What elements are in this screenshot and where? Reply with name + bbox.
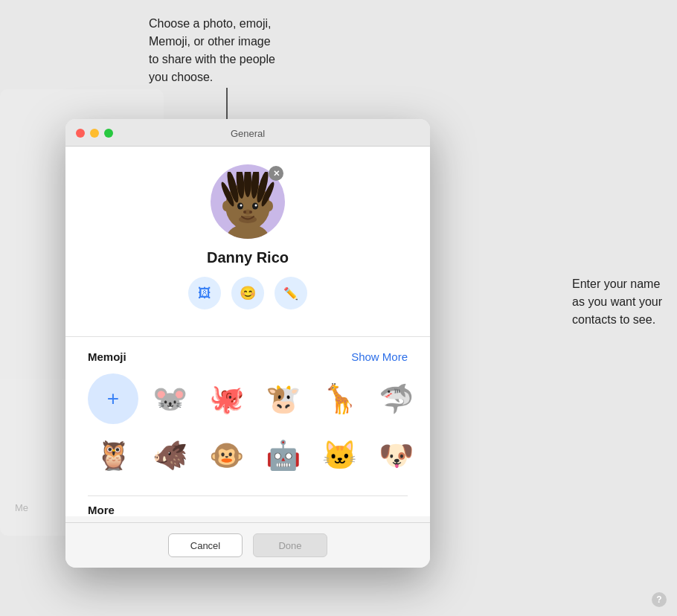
avatar-container: ✕ [211, 164, 285, 239]
minimize-dot[interactable] [90, 129, 99, 138]
emoji-shark[interactable]: 🦈 [370, 373, 421, 424]
photo-button[interactable]: 🖼 [188, 277, 221, 309]
user-name: Danny Rico [207, 249, 289, 266]
dialog-footer: Cancel Done [65, 522, 430, 568]
avatar-remove-badge[interactable]: ✕ [269, 166, 283, 181]
show-more-link[interactable]: Show More [351, 350, 408, 363]
edit-icon: ✏️ [283, 286, 298, 301]
add-memoji-button[interactable]: + [88, 373, 138, 424]
emoji-monkey[interactable]: 🐵 [201, 430, 251, 481]
zoom-dot[interactable] [104, 129, 113, 138]
svg-point-3 [222, 201, 230, 211]
svg-point-18 [249, 211, 252, 214]
emoji-row-1: + 🐭 🐙 🐮 🦒 🦈 [88, 373, 408, 424]
emoji-robot[interactable]: 🤖 [257, 430, 308, 481]
svg-point-19 [239, 216, 257, 223]
emoji-mouse[interactable]: 🐭 [144, 373, 195, 424]
more-section: More [88, 495, 408, 516]
memoji-section: Memoji Show More + 🐭 🐙 🐮 🦒 🦈 🦉 🐗 🐵 🤖 🐱 🐶 [88, 337, 408, 495]
done-button[interactable]: Done [253, 533, 327, 557]
memoji-label: Memoji [88, 350, 126, 363]
help-badge[interactable]: ? [652, 592, 667, 607]
svg-point-4 [266, 201, 273, 211]
close-dot[interactable] [76, 129, 85, 138]
more-label: More [88, 504, 408, 516]
bg-window-label: Me [15, 502, 28, 513]
action-buttons: 🖼 😊 ✏️ [188, 277, 307, 309]
svg-point-17 [243, 211, 246, 214]
emoji-cat[interactable]: 🐱 [314, 430, 365, 481]
window-title: General [231, 128, 265, 139]
svg-point-14 [240, 205, 243, 207]
memoji-header: Memoji Show More [88, 350, 408, 363]
emoji-icon: 😊 [240, 285, 256, 301]
title-bar: General [65, 119, 430, 147]
emoji-octopus[interactable]: 🐙 [201, 373, 251, 424]
emoji-boar[interactable]: 🐗 [144, 430, 195, 481]
emoji-giraffe[interactable]: 🦒 [314, 373, 365, 424]
emoji-owl[interactable]: 🦉 [88, 430, 138, 481]
svg-point-15 [255, 205, 257, 207]
dialog-window: General [65, 119, 430, 568]
annotation-right: Enter your nameas you want yourcontacts … [572, 275, 662, 329]
emoji-cow[interactable]: 🐮 [257, 373, 308, 424]
emoji-dog[interactable]: 🐶 [370, 430, 421, 481]
annotation-top: Choose a photo, emoji,Memoji, or other i… [149, 15, 275, 86]
cancel-button[interactable]: Cancel [168, 533, 243, 557]
avatar-section: ✕ Danny Rico 🖼 😊 ✏️ [88, 164, 408, 336]
emoji-row-2: 🦉 🐗 🐵 🤖 🐱 🐶 [88, 430, 408, 481]
window-controls [76, 129, 113, 138]
emoji-button[interactable]: 😊 [231, 277, 264, 309]
dialog-body: ✕ Danny Rico 🖼 😊 ✏️ Memoji Show [65, 147, 430, 516]
close-badge-x: ✕ [273, 170, 280, 178]
edit-button[interactable]: ✏️ [275, 277, 307, 309]
memoji-svg [214, 172, 281, 239]
photo-icon: 🖼 [198, 286, 211, 301]
